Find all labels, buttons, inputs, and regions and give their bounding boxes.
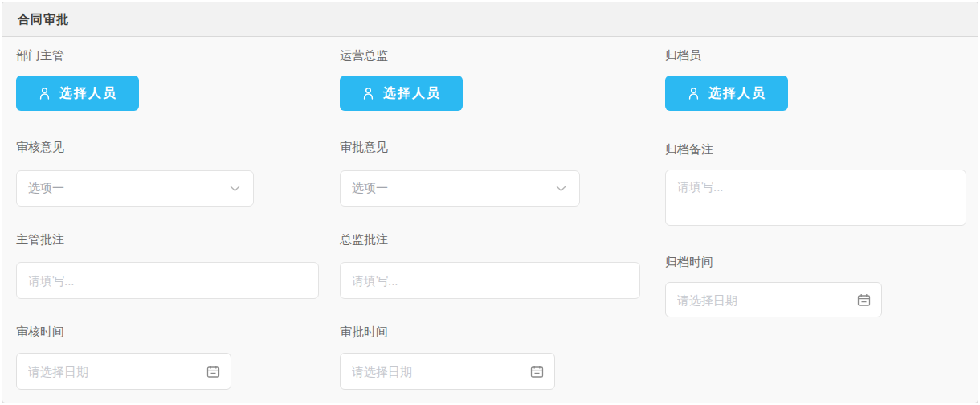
select-person-button-director[interactable]: 选择人员 [340, 76, 463, 111]
field-label-archive-memo: 归档备注 [665, 141, 978, 158]
field-label-approval-time: 审批时间 [340, 324, 651, 340]
person-icon [38, 86, 51, 101]
review-time-date-picker[interactable] [16, 353, 231, 390]
panel-header: 合同审批 [2, 2, 978, 37]
field-label-review-time: 审核时间 [16, 324, 329, 340]
supervisor-comment-input[interactable] [16, 262, 319, 299]
archive-time-date-picker[interactable] [665, 282, 882, 317]
role-label-department-supervisor: 部门主管 [16, 47, 329, 63]
calendar-icon [857, 293, 871, 307]
director-comment-input[interactable] [340, 262, 640, 299]
person-icon [687, 86, 700, 101]
role-label-archivist: 归档员 [665, 47, 978, 63]
chevron-down-icon [230, 186, 240, 192]
field-label-director-comment: 总监批注 [340, 231, 651, 248]
column-department-supervisor: 部门主管 选择人员 审核意见 选项一 主管批注 审核时间 [2, 37, 329, 403]
select-person-button-label: 选择人员 [708, 85, 766, 102]
select-person-button-supervisor[interactable]: 选择人员 [16, 76, 139, 111]
panel-title: 合同审批 [18, 12, 69, 27]
field-label-supervisor-comment: 主管批注 [16, 231, 329, 248]
select-person-button-label: 选择人员 [383, 85, 441, 102]
column-archivist: 归档员 选择人员 归档备注 归档时间 [651, 37, 978, 403]
select-person-button-archivist[interactable]: 选择人员 [665, 76, 788, 111]
approval-time-date-input[interactable] [341, 365, 530, 378]
person-icon [361, 86, 375, 101]
review-opinion-select[interactable]: 选项一 [16, 170, 254, 207]
approval-time-date-picker[interactable] [340, 353, 555, 390]
approval-opinion-select-value: 选项一 [352, 181, 388, 196]
panel-body: 部门主管 选择人员 审核意见 选项一 主管批注 审核时间 [2, 37, 978, 403]
archive-memo-textarea[interactable] [665, 170, 966, 226]
field-label-approval-opinion: 审批意见 [340, 139, 651, 155]
select-person-button-label: 选择人员 [59, 85, 117, 102]
field-label-archive-time: 归档时间 [665, 254, 978, 270]
calendar-icon [206, 365, 220, 378]
contract-approval-panel: 合同审批 部门主管 选择人员 审核意见 选项一 主管批注 审核时间 [2, 2, 978, 403]
chevron-down-icon [556, 186, 566, 192]
field-label-review-opinion: 审核意见 [16, 139, 329, 155]
calendar-icon [530, 365, 544, 378]
role-label-operations-director: 运营总监 [340, 47, 651, 63]
review-time-date-input[interactable] [17, 365, 206, 378]
approval-opinion-select[interactable]: 选项一 [340, 170, 580, 207]
column-operations-director: 运营总监 选择人员 审批意见 选项一 总监批注 审批时间 [329, 37, 651, 403]
archive-time-date-input[interactable] [666, 293, 857, 307]
review-opinion-select-value: 选项一 [28, 181, 64, 196]
